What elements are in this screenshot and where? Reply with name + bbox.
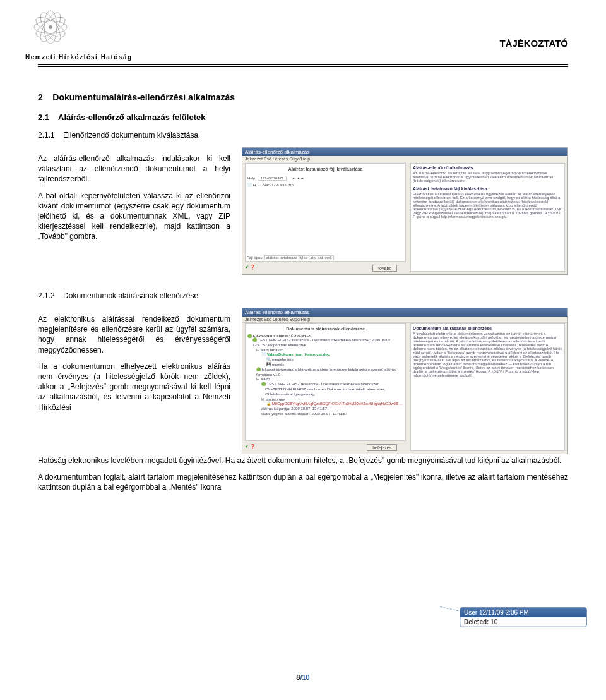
tree-item: aláírt tartalom [261,348,284,352]
comment-header: User 12/11/09 2:06 PM [460,608,586,617]
panel-heading: Dokumentum aláírásának ellenőrzése [247,326,403,332]
app-titlebar: Aláírás-ellenőrző alkalmazás [242,308,567,317]
tree-show[interactable]: megjelenítés [272,358,294,361]
section-2-heading: 2 Dokumentumaláírás-ellenőrzési alkalmaz… [38,92,568,102]
section-212-heading: 2.1.2 Dokumentumok aláírásának ellenőrzé… [38,291,568,300]
section-number: 2.1 [38,112,49,122]
review-comment: User 12/11/09 2:06 PM Deleted: 10 [460,607,587,627]
section-number: 2.1.2 [38,291,55,300]
tree-item: időbélyegzés aláírás időpont: 2009.10.07… [261,412,347,416]
faq-icon[interactable]: ❓ [250,265,256,269]
right-panel-text: A kiválasztott elektronikus dokumentumra… [413,332,562,377]
section-number: 2 [38,92,43,102]
next-button[interactable]: tovább [372,265,397,272]
finish-button[interactable]: befejezés [367,444,397,451]
help-icon[interactable]: ✔ [245,265,249,269]
section-number: 2.1.1 [38,131,55,140]
paragraph: Hatóság elektronikus levelében megadott … [38,456,568,466]
tree-item: TEST NHH ELHISZ resultcore - Dokumentumk… [267,382,379,386]
paragraph: A bal oldali képernyőfelületen válassza … [38,191,230,242]
paragraph: Ha a dokumentumon elhelyezett elektronik… [38,361,230,413]
screenshot-sign-verify: Aláírás-ellenőrző alkalmazás Jelmezet Es… [242,308,568,454]
section-211-heading: 2.1.1 Ellenőrizendő dokumentum kiválaszt… [38,131,568,140]
section-title: Dokumentumok aláírásának ellenőrzése [63,291,198,300]
right-panel-heading: Dokumentum aláírásának ellenőrzése [413,326,492,330]
tree-save[interactable]: mentés [272,363,285,366]
svg-point-0 [49,25,52,29]
right-panel-text: Elektronikus aláírással történő elektron… [413,192,562,219]
section-21-heading: 2.1 Aláírás-ellenőrző alkalmazás felület… [38,112,568,122]
right-panel-text: Az aláírás-ellenőrző alkalmazás felülete… [413,171,562,183]
paragraph: Az aláírás-ellenőrző alkalmazás indulása… [38,154,230,184]
tree-item: aláíró [261,377,270,381]
paragraph: A dokumentumban foglalt, aláírt tartalom… [38,472,568,492]
right-panel-heading: Aláírás-ellenőrző alkalmazás [413,166,473,170]
section-title: Ellenőrizendő dokumentum kiválasztása [63,131,198,140]
file-entry[interactable]: HU-12345-123-2009.zip [253,183,294,187]
paragraph: Az elektronikus aláírással rendelkező do… [38,314,230,355]
panel-heading: Aláírást tartalmazó fájl kiválasztása [247,166,403,172]
help-value: 12345678473 [258,176,287,181]
agency-logo: Nemzeti Hírközlési Hatóság [25,9,133,61]
page-number: 8/10 [0,673,606,681]
comment-body: Deleted: 10 [460,617,586,627]
help-label: Help: [247,176,256,180]
doc-type: TÁJÉKOZTATÓ [499,38,568,49]
faq-icon[interactable]: ❓ [250,444,256,449]
tree-item: CN=TEST NHH ELHISZ resultcore - Dokument… [265,387,385,396]
tree-cert: MIIGppCCBYkgAwIBAgIQzsBCQFrOGkNTxDvM20eH… [272,402,403,406]
screenshot-file-select: Aláírás-ellenőrző alkalmazás Jelmezet Es… [242,147,568,275]
tree-item: tanúsítvány [266,397,285,401]
right-panel-subhead: Aláírást tartalmazó fájl kiválasztása [413,186,562,191]
help-icon[interactable]: ✔ [245,444,249,449]
app-menubar: Jelmezet Eső Létezés Súgó/Help [242,317,567,323]
breadcrumb-up-icon[interactable]: ▲ ▲ ■ [292,176,304,180]
tree-item: aláírás időpontja: 2009.10.07. 13:41:57 [261,407,327,411]
app-menubar: Jelmezet Eső Létezés Súgó/Help [242,156,567,162]
agency-name: Nemzeti Hírközlési Hatóság [25,54,133,61]
section-title: Dokumentumaláírás-ellenőrzési alkalmazás [52,92,235,102]
tree-item: fokozott biztonságú elektronikus aláírás… [256,368,396,377]
filetype-value: aláírást tartalmazó fájlok (.zip, bal, x… [264,255,334,260]
section-title: Aláírás-ellenőrző alkalmazás felületek [58,112,205,122]
tree-doc[interactable]: ValaszDokumentum_Hatarozat.doc [267,353,330,356]
tree-item: TEST NHH ELHISZ resultcore - Dokumentumk… [252,338,392,347]
filetype-label: Fájl típus: [247,256,263,260]
app-titlebar: Aláírás-ellenőrző alkalmazás [242,148,567,156]
